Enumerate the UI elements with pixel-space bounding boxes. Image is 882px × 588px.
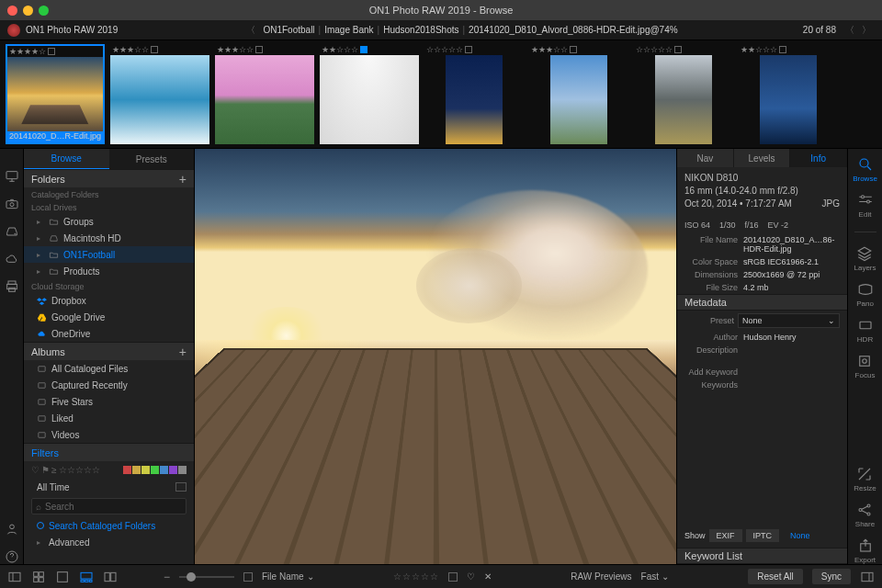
kv-add-keyword[interactable]: Add Keyword [677, 366, 847, 379]
folder-item[interactable]: ▸Macintosh HD [24, 230, 194, 246]
advanced-toggle[interactable]: ▸Advanced [24, 534, 194, 550]
thumbnail[interactable]: ★★☆☆☆ [320, 44, 419, 144]
add-album-button[interactable]: + [179, 345, 187, 359]
kv-description[interactable]: Description [677, 344, 847, 356]
reset-all-button[interactable]: Reset All [748, 569, 802, 584]
mode-export[interactable]: Export [854, 537, 876, 564]
grid-view-icon[interactable] [31, 570, 46, 584]
preset-select[interactable]: None⌄ [738, 313, 840, 328]
exif-button[interactable]: EXIF [709, 529, 742, 542]
zoom-out-icon[interactable]: − [164, 571, 170, 583]
like-toggle[interactable]: ♡ [467, 571, 475, 582]
thumbnail[interactable]: ☆☆☆☆☆ [634, 44, 733, 144]
thumbnail[interactable]: ★★★☆☆ [110, 44, 209, 144]
album-item[interactable]: Videos [24, 426, 194, 443]
crumb-segment[interactable]: Image Bank [324, 25, 373, 35]
camera-icon[interactable] [5, 197, 19, 211]
albums-header[interactable]: Albums+ [24, 342, 194, 360]
search-cataloged-toggle[interactable]: Search Cataloged Folders [24, 517, 194, 534]
sync-button[interactable]: Sync [812, 569, 851, 584]
folder-item[interactable]: ▸Products [24, 263, 194, 279]
heart-icon[interactable]: ♡ [31, 465, 40, 475]
add-folder-button[interactable]: + [179, 172, 187, 187]
mode-pano[interactable]: Pano [856, 281, 874, 308]
mode-layers[interactable]: Layers [854, 245, 876, 272]
rating-control[interactable]: ☆☆☆☆☆ [393, 571, 439, 582]
flag-icon[interactable]: ⚑ [41, 465, 50, 475]
folder-item[interactable]: ▸Groups [24, 213, 194, 230]
filters-header[interactable]: Filters [24, 443, 194, 461]
filter-time[interactable]: All Time [24, 479, 194, 495]
flag-toggle[interactable] [448, 572, 458, 582]
album-item[interactable]: Five Stars [24, 393, 194, 410]
help-icon[interactable] [5, 549, 19, 564]
next-image-button[interactable]: 〉 [862, 24, 871, 37]
tab-presets[interactable]: Presets [109, 149, 195, 169]
filter-quick-row[interactable]: ♡ ⚑ ≥ ☆☆☆☆☆ [24, 461, 194, 479]
tab-levels[interactable]: Levels [734, 149, 791, 167]
left-tabs: Browse Presets [24, 149, 194, 169]
mode-resize[interactable]: Resize [854, 466, 876, 492]
user-icon[interactable] [5, 522, 19, 537]
keyword-list-header[interactable]: Keyword List [677, 548, 847, 564]
crumb-segment[interactable]: 20141020_D810_Alvord_0886-HDR-Edit.jpg@7… [469, 25, 678, 35]
mode-browse[interactable]: Browse [853, 156, 877, 183]
detail-view-icon[interactable] [55, 570, 70, 584]
svg-rect-9 [39, 366, 45, 371]
none-button[interactable]: None [783, 529, 818, 542]
cloud-item[interactable]: OneDrive [24, 325, 194, 342]
thumbnail-image [550, 55, 607, 144]
thumbnail[interactable]: ★★☆☆☆ [739, 44, 838, 144]
prev-image-button[interactable]: 〈 [845, 24, 854, 37]
back-button[interactable]: 〈 [246, 24, 255, 37]
reject-toggle[interactable]: ✕ [484, 571, 492, 582]
drive-icon[interactable] [5, 224, 19, 239]
tab-browse[interactable]: Browse [24, 149, 109, 169]
iptc-button[interactable]: IPTC [746, 529, 780, 542]
filmstrip-view-icon[interactable] [79, 570, 94, 584]
mode-share[interactable]: Share [855, 502, 875, 528]
cloud-item[interactable]: Dropbox [24, 292, 194, 309]
thumbnail[interactable]: ☆☆☆☆☆ [424, 44, 524, 144]
crumb-segment[interactable]: ON1Football [263, 25, 314, 35]
thumbnail[interactable]: ★★★☆☆ [529, 44, 628, 144]
toggle-right-panel-icon[interactable] [860, 570, 875, 584]
app-icon [7, 24, 20, 37]
app-name-label: ON1 Photo RAW 2019 [26, 25, 118, 35]
print-icon[interactable] [5, 279, 19, 294]
folders-header[interactable]: Folders+ [24, 169, 194, 187]
previews-dropdown[interactable]: Fast ⌄ [641, 571, 669, 582]
crumb-segment[interactable]: Hudson2018Shots [383, 25, 458, 35]
svg-rect-32 [85, 580, 88, 582]
folder-item-active[interactable]: ▸ON1Football [24, 246, 194, 263]
mode-edit[interactable]: Edit [857, 192, 874, 219]
toggle-left-panel-icon[interactable] [7, 570, 22, 584]
thumbnail[interactable]: ★★★★☆ 20141020_D…R-Edit.jpg [6, 44, 105, 144]
mode-focus[interactable]: Focus [855, 353, 876, 379]
svg-point-15 [861, 196, 864, 198]
album-item[interactable]: All Cataloged Files [24, 360, 194, 377]
sort-dropdown[interactable]: File Name ⌄ [262, 571, 314, 582]
search-input[interactable]: ⌕Search [31, 498, 187, 514]
compare-view-icon[interactable] [103, 570, 118, 584]
metadata-header[interactable]: Metadata [677, 294, 847, 311]
preset-select-row: Preset None⌄ [677, 311, 847, 331]
image-viewer[interactable] [195, 149, 676, 564]
close-window-button[interactable] [7, 6, 17, 16]
mode-hdr[interactable]: HDR [857, 317, 874, 344]
album-item[interactable]: Captured Recently [24, 377, 194, 393]
zoom-window-button[interactable] [39, 6, 49, 16]
thumbnail[interactable]: ★★★☆☆ [215, 44, 314, 144]
color-labels[interactable] [123, 466, 187, 474]
monitor-icon[interactable] [5, 169, 19, 184]
cloud-icon[interactable] [5, 252, 19, 266]
tab-info[interactable]: Info [790, 149, 847, 167]
thumbnail-size-slider[interactable] [179, 576, 234, 578]
minimize-window-button[interactable] [23, 6, 33, 16]
sort-checkbox[interactable] [243, 572, 253, 582]
kv-keywords[interactable]: Keywords [677, 379, 847, 391]
tab-nav[interactable]: Nav [677, 149, 734, 167]
cloud-item[interactable]: Google Drive [24, 309, 194, 325]
album-item[interactable]: Liked [24, 410, 194, 426]
chevron-down-icon: ⌄ [307, 571, 314, 582]
